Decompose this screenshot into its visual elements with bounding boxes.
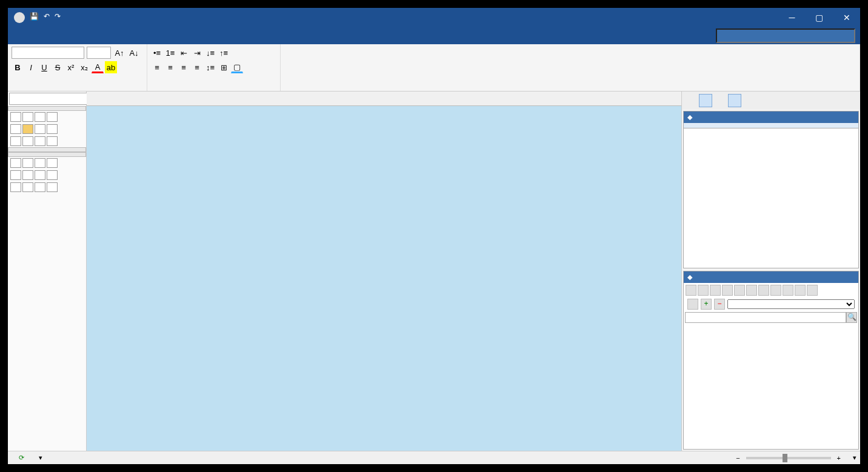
status-dropdown-icon[interactable]: ▾ [39,454,42,462]
panel-btn-5[interactable] [743,94,756,107]
tool-8[interactable] [47,124,58,134]
highlight-button[interactable]: ab [105,61,117,73]
panel-btn-8[interactable] [786,94,800,107]
diagram-canvas[interactable] [87,106,681,451]
panel-btn-10[interactable] [815,94,829,107]
font-family-combo[interactable] [12,47,84,59]
arc-tool[interactable] [35,170,45,180]
tool-6[interactable] [22,124,33,134]
lasso-tool[interactable] [22,112,33,122]
proj-btn-9[interactable] [783,285,793,296]
panel-btn-1[interactable] [684,94,698,107]
doc-content[interactable] [684,128,858,142]
underline-button[interactable]: U [38,61,50,73]
menu-search-input[interactable] [716,28,855,43]
redo-icon[interactable]: ↷ [55,12,61,23]
pointer-tool[interactable] [10,112,21,122]
align-right-icon[interactable]: ≡ [178,61,190,73]
outdent-icon[interactable]: ⇤ [178,47,190,59]
rect-tool[interactable] [10,182,21,192]
sort-desc-icon[interactable]: ↑≡ [218,47,230,59]
rrect-tool[interactable] [22,182,33,192]
table-tool[interactable] [35,182,45,192]
tool-11[interactable] [35,136,45,146]
proj-btn-11[interactable] [807,285,818,296]
remove-icon[interactable]: − [714,299,725,310]
usecase-section[interactable] [8,147,86,152]
tool-7[interactable] [35,124,45,134]
panel-btn-4[interactable] [728,94,741,107]
panel-btn-2[interactable] [699,94,712,107]
indent-icon[interactable]: ⇥ [191,47,203,59]
align-justify-icon[interactable]: ≡ [191,61,203,73]
bullet-list-icon[interactable]: •≡ [151,47,163,59]
right-icon-strip [682,91,860,110]
zoom-dropdown-icon[interactable]: ▾ [853,454,856,462]
drawing-section[interactable] [8,152,86,157]
common-section[interactable] [8,106,86,111]
line-tool[interactable] [10,158,21,168]
zoom-slider[interactable] [746,457,831,459]
superscript-button[interactable]: x² [65,61,77,73]
documentation-panel: ◆ [683,111,859,268]
ellipse-tool[interactable] [10,170,21,180]
tool-12[interactable] [47,136,58,146]
undo-icon[interactable]: ↶ [44,12,50,23]
panel-btn-9[interactable] [801,94,814,107]
toolbox: 🔍 [8,91,87,451]
curve-tool[interactable] [47,158,58,168]
number-list-icon[interactable]: 1≡ [164,47,176,59]
refresh-icon[interactable] [687,299,698,310]
grow-font-icon[interactable]: A↑ [113,47,125,59]
strike-button[interactable]: S [52,61,64,73]
shape-tool[interactable] [47,170,58,180]
project-panel-icon: ◆ [687,273,692,281]
project-search-input[interactable] [685,312,846,323]
font-color-button[interactable]: A [92,61,104,73]
zoom-out-button[interactable]: − [736,454,739,462]
shrink-font-icon[interactable]: A↓ [128,47,140,59]
align-center-icon[interactable]: ≡ [164,61,176,73]
proj-btn-2[interactable] [698,285,709,296]
zoom-in-button[interactable]: + [837,454,841,462]
panel-btn-3[interactable] [713,94,727,107]
project-tree[interactable] [684,324,858,449]
proj-btn-10[interactable] [795,285,806,296]
subscript-button[interactable]: x₂ [78,61,90,73]
proj-btn-7[interactable] [758,285,769,296]
close-button[interactable]: ✕ [833,8,860,27]
grid-tool[interactable] [47,182,58,192]
italic-button[interactable]: I [25,61,37,73]
title-bar: 💾 ↶ ↷ ─ ▢ ✕ [8,8,860,27]
arrow-tool[interactable] [22,158,33,168]
project-view-select[interactable] [727,299,855,309]
font-size-combo[interactable] [87,47,111,59]
bold-button[interactable]: B [12,61,24,73]
line-spacing-icon[interactable]: ↕≡ [204,61,216,73]
proj-btn-3[interactable] [710,285,721,296]
polyline-tool[interactable] [35,158,45,168]
tool-9[interactable] [10,136,21,146]
proj-btn-4[interactable] [722,285,733,296]
proj-btn-5[interactable] [734,285,745,296]
align-left-icon[interactable]: ≡ [151,61,163,73]
document-tabs [87,91,681,106]
tool-10[interactable] [22,136,33,146]
tool-5[interactable] [10,124,21,134]
pan-tool[interactable] [47,112,58,122]
add-icon[interactable]: + [701,299,712,310]
borders-icon[interactable]: ⊞ [218,61,230,73]
save-icon[interactable]: 💾 [30,12,39,23]
pie-tool[interactable] [22,170,33,180]
maximize-button[interactable]: ▢ [806,8,833,27]
sort-asc-icon[interactable]: ↓≡ [204,47,216,59]
panel-btn-7[interactable] [772,94,785,107]
fill-color-icon[interactable]: ▢ [231,61,243,73]
minimize-button[interactable]: ─ [778,8,806,27]
panel-btn-6[interactable] [757,94,770,107]
proj-btn-1[interactable] [686,285,696,296]
project-search-icon[interactable]: 🔍 [846,312,857,323]
zoom-tool[interactable] [35,112,45,122]
proj-btn-6[interactable] [746,285,757,296]
proj-btn-8[interactable] [770,285,781,296]
